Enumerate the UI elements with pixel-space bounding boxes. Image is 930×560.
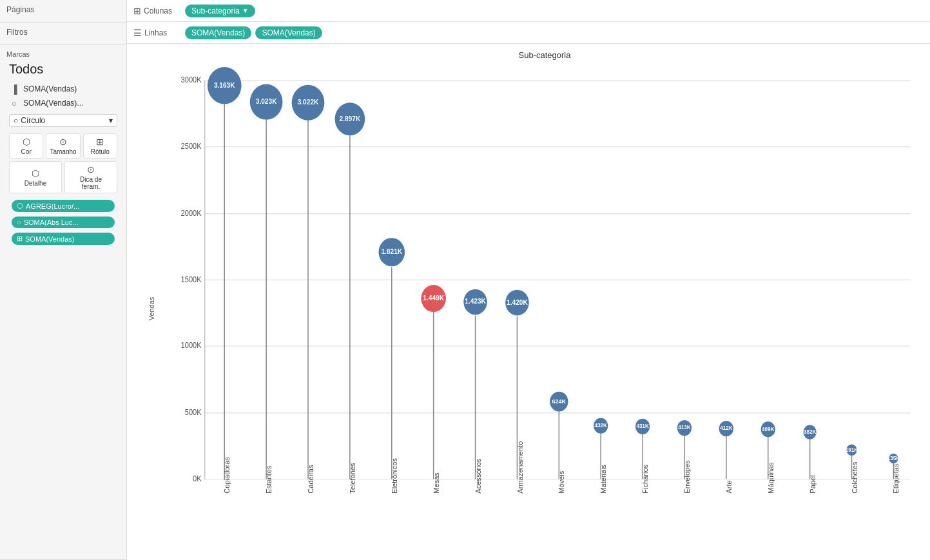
circulo-label: Círculo xyxy=(21,116,45,125)
columns-shelf-label: ⊞ Colunas xyxy=(133,6,179,16)
rows-shelf-label: ☰ Linhas xyxy=(133,28,179,38)
rows-pill-2-label: SOMA(Vendas) xyxy=(262,28,315,37)
soma-abs-pill[interactable]: ○ SOMA(Abs Luc... xyxy=(12,217,115,228)
svg-text:624K: 624K xyxy=(552,397,566,404)
detalhe-button[interactable]: ⬡ Detalhe xyxy=(9,161,62,193)
soma-vendas-dot-item[interactable]: ○ SOMA(Vendas)... xyxy=(6,96,120,110)
svg-text:Envelopes: Envelopes xyxy=(683,460,690,494)
soma-vendas-pill[interactable]: ⊞ SOMA(Vendas) xyxy=(12,233,115,245)
rows-pills: SOMA(Vendas) SOMA(Vendas) xyxy=(185,26,322,39)
paginas-section: Páginas xyxy=(0,0,126,23)
tamanho-button[interactable]: ⊙ Tamanho xyxy=(46,133,80,159)
svg-text:Papel: Papel xyxy=(809,475,816,493)
rotulo-label: Rótulo xyxy=(91,148,110,155)
svg-text:191K: 191K xyxy=(846,446,858,452)
sidebar: Páginas Filtros Marcas Todos ▐ SOMA(Vend… xyxy=(0,0,127,560)
svg-text:Mesas: Mesas xyxy=(432,472,440,494)
svg-text:2500K: 2500K xyxy=(181,142,202,151)
sub-categoria-pill[interactable]: Sub-categoria ▼ xyxy=(185,5,255,17)
todos-label: Todos xyxy=(6,62,120,77)
svg-text:Estantes: Estantes xyxy=(266,466,273,494)
detalhe-label: Detalhe xyxy=(24,180,46,187)
filtros-label: Filtros xyxy=(6,28,120,37)
rows-shelf: ☰ Linhas SOMA(Vendas) SOMA(Vendas) xyxy=(127,22,930,44)
svg-text:135K: 135K xyxy=(887,455,900,461)
bar-chart-icon: ▐ xyxy=(9,84,19,94)
marcas-section: Marcas Todos ▐ SOMA(Vendas) ○ SOMA(Venda… xyxy=(0,45,126,560)
chart-svg: .axis-text { font-size: 11px; fill: #555… xyxy=(166,66,924,550)
color-pill-icon: ⬡ xyxy=(17,202,23,210)
svg-text:413K: 413K xyxy=(678,424,691,430)
detail-icon: ⬡ xyxy=(32,168,39,179)
chart-title: Sub-categoria xyxy=(166,50,924,60)
svg-text:Eletrônicos: Eletrônicos xyxy=(391,458,398,494)
soma-vendas-label: SOMA(Vendas) xyxy=(23,84,77,93)
svg-text:Colchetes: Colchetes xyxy=(851,462,858,494)
pills-container: ⬡ AGREG(Lucro/... ○ SOMA(Abs Luc... ⊞ SO… xyxy=(6,196,120,249)
soma-vendas-item[interactable]: ▐ SOMA(Vendas) xyxy=(6,82,120,96)
y-axis-label: Vendas xyxy=(148,296,155,320)
marks-buttons-grid: ⬡ Cor ⊙ Tamanho ⊞ Rótulo xyxy=(6,131,120,161)
svg-text:431K: 431K xyxy=(636,423,649,429)
chevron-down-icon: ▾ xyxy=(109,116,113,125)
rows-pill-1-label: SOMA(Vendas) xyxy=(191,28,245,37)
svg-text:Máquinas: Máquinas xyxy=(767,463,774,494)
svg-text:3.163K: 3.163K xyxy=(214,81,235,89)
label-pill-icon: ⊞ xyxy=(17,235,23,243)
svg-text:Acessórios: Acessórios xyxy=(474,459,481,494)
svg-text:1.821K: 1.821K xyxy=(381,247,402,256)
chart-area: Sub-categoria Vendas .axis-text { font-s… xyxy=(127,44,930,560)
svg-text:0K: 0K xyxy=(193,474,202,483)
color-dots-icon: ⬡ xyxy=(23,137,30,147)
rows-pill-1[interactable]: SOMA(Vendas) xyxy=(185,26,251,39)
marks-buttons-grid2: ⬡ Detalhe ⊙ Dica deferam. xyxy=(6,161,120,196)
tooltip-icon: ⊙ xyxy=(87,164,95,175)
svg-text:1.420K: 1.420K xyxy=(507,298,528,306)
columns-shelf: ⊞ Colunas Sub-categoria ▼ xyxy=(127,0,930,22)
columns-icon: ⊞ xyxy=(133,6,141,16)
svg-text:1000K: 1000K xyxy=(181,341,202,350)
soma-vendas-pill-label: SOMA(Vendas) xyxy=(25,235,74,243)
dica-button[interactable]: ⊙ Dica deferam. xyxy=(64,161,117,193)
svg-text:500K: 500K xyxy=(185,408,202,417)
circle-dropdown[interactable]: ○ Círculo ▾ xyxy=(9,114,117,127)
main-content: ⊞ Colunas Sub-categoria ▼ ☰ Linhas SOMA(… xyxy=(127,0,930,560)
svg-text:3000K: 3000K xyxy=(181,75,202,84)
sub-categoria-label: Sub-categoria xyxy=(191,6,240,15)
svg-text:1.423K: 1.423K xyxy=(465,297,486,305)
svg-text:Fichários: Fichários xyxy=(642,465,649,494)
paginas-label: Páginas xyxy=(6,5,120,14)
rows-pill-2[interactable]: SOMA(Vendas) xyxy=(255,26,322,39)
svg-text:3.023K: 3.023K xyxy=(256,97,277,106)
agreg-pill[interactable]: ⬡ AGREG(Lucro/... xyxy=(12,200,115,212)
svg-text:2.897K: 2.897K xyxy=(340,114,361,122)
cor-label: Cor xyxy=(21,148,32,155)
svg-text:2000K: 2000K xyxy=(181,208,202,217)
cor-button[interactable]: ⬡ Cor xyxy=(9,133,43,159)
filtros-section: Filtros xyxy=(0,23,126,45)
svg-text:Copiadoras: Copiadoras xyxy=(224,457,231,493)
marcas-label: Marcas xyxy=(6,50,120,58)
svg-text:382K: 382K xyxy=(804,429,817,435)
filter-icon: ▼ xyxy=(242,7,249,14)
svg-text:3.022K: 3.022K xyxy=(298,98,319,106)
chart-container: Vendas .axis-text { font-size: 11px; fil… xyxy=(166,66,924,550)
agreg-label: AGREG(Lucro/... xyxy=(26,202,79,210)
svg-text:1.449K: 1.449K xyxy=(423,294,444,302)
dica-label: Dica deferam. xyxy=(80,176,102,190)
soma-vendas-dot-label: SOMA(Vendas)... xyxy=(23,99,83,108)
circle-icon: ○ xyxy=(9,98,19,108)
svg-text:Telefones: Telefones xyxy=(349,463,356,493)
svg-text:Armazenamento: Armazenamento xyxy=(516,441,523,494)
tamanho-label: Tamanho xyxy=(50,148,76,155)
size-pill-icon: ○ xyxy=(17,218,21,226)
label-icon: ⊞ xyxy=(96,137,104,147)
svg-text:1500K: 1500K xyxy=(181,275,202,284)
circle-icon-small: ○ xyxy=(14,116,18,125)
rotulo-button[interactable]: ⊞ Rótulo xyxy=(83,133,117,159)
size-icon: ⊙ xyxy=(59,137,67,147)
svg-text:409K: 409K xyxy=(762,425,775,432)
svg-text:Etiquetas: Etiquetas xyxy=(893,464,900,494)
columns-pills: Sub-categoria ▼ xyxy=(185,5,255,17)
svg-text:Materiais: Materiais xyxy=(600,465,607,494)
